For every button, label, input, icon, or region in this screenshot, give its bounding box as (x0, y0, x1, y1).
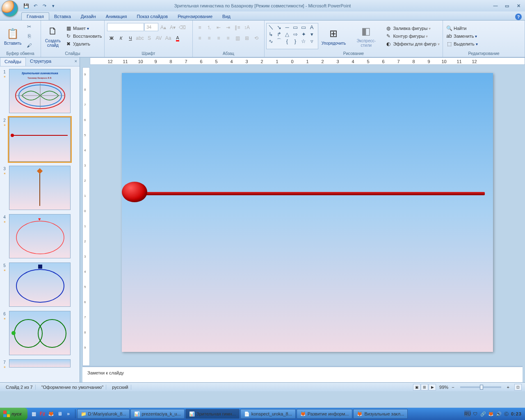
reset-button[interactable]: ↻Восстановить (64, 32, 103, 40)
align-right-icon[interactable]: ≡ (214, 34, 223, 43)
office-button[interactable] (2, 0, 18, 17)
panel-tab-outline[interactable]: Структура (26, 57, 55, 66)
task-button[interactable]: 📊Зрительная гимн... (185, 409, 240, 419)
align-center-icon[interactable]: ≡ (205, 34, 214, 43)
arrange-button[interactable]: ⊞ Упорядочить (319, 23, 349, 50)
case-icon[interactable]: Aa (164, 34, 173, 43)
format-painter-icon[interactable]: 🖌 (25, 41, 34, 50)
panel-close-icon[interactable]: × (72, 57, 80, 66)
task-button[interactable]: 📊prezentaciya_k_u... (130, 409, 184, 419)
align-text-icon[interactable]: ⊞ (242, 34, 251, 43)
clock[interactable]: 0:23 (511, 411, 522, 416)
bullets-icon[interactable]: ≡ (195, 23, 204, 32)
undo-icon[interactable]: ↶ (31, 2, 39, 10)
slideshow-view-icon[interactable]: ▶ (429, 384, 436, 390)
tray-net-icon[interactable]: 🔗 (480, 411, 486, 417)
fit-window-icon[interactable]: ⊡ (514, 384, 522, 390)
thumb-6[interactable] (9, 311, 71, 355)
start-button[interactable]: пуск (0, 408, 27, 420)
qat-more-icon[interactable]: ▾ (49, 2, 57, 10)
red-line-shape[interactable] (134, 192, 485, 195)
shape-conn2-icon[interactable]: ↱ (276, 31, 282, 37)
shape-conn-icon[interactable]: ↳ (267, 31, 274, 37)
justify-icon[interactable]: ≡ (224, 34, 233, 43)
shape-fill-button[interactable]: ◍Заливка фигуры ▾ (384, 25, 441, 32)
indent-inc-icon[interactable]: ⇥ (224, 23, 233, 32)
task-button[interactable]: 🦊Развитие информ... (297, 409, 353, 419)
task-button[interactable]: 🦊Визуальные закл... (353, 409, 408, 419)
tray-av-icon[interactable]: Ⓒ (503, 411, 510, 417)
redo-icon[interactable]: ↷ (40, 2, 48, 10)
copy-icon[interactable]: ⎘ (25, 32, 34, 41)
tray-ff-icon[interactable]: 🦊 (488, 411, 494, 417)
font-family-combo[interactable] (107, 23, 144, 31)
grow-font-icon[interactable]: A▴ (159, 23, 168, 32)
thumb-2[interactable] (9, 117, 71, 162)
shadow-icon[interactable]: S (145, 34, 154, 43)
save-icon[interactable]: 💾 (22, 2, 30, 10)
text-direction-icon[interactable]: ↕A (242, 23, 251, 32)
shape-rect-icon[interactable]: ▭ (292, 24, 299, 30)
bold-icon[interactable]: Ж (107, 34, 116, 43)
delete-button[interactable]: ✖Удалить (64, 40, 103, 48)
ql-firefox-icon[interactable]: 🦊 (47, 409, 55, 418)
shape-line-icon[interactable]: ＼ (267, 24, 274, 30)
quick-styles-button[interactable]: ◧ Экспресс-стили (349, 23, 383, 50)
tray-shield-icon[interactable]: 🛡 (472, 411, 479, 417)
zoom-slider[interactable] (460, 386, 501, 388)
shape-text-icon[interactable]: A (308, 24, 315, 30)
align-left-icon[interactable]: ≡ (195, 34, 204, 43)
tab-slideshow[interactable]: Показ слайдов (132, 13, 173, 20)
shape-arrow-icon[interactable]: ↘ (276, 24, 282, 30)
new-slide-button[interactable]: 🗋 Создать слайд (43, 23, 63, 50)
sorter-view-icon[interactable]: ⊞ (421, 384, 428, 390)
zoom-level[interactable]: 99% (439, 385, 448, 390)
maximize-button[interactable]: ▭ (502, 2, 512, 9)
indent-dec-icon[interactable]: ⇤ (214, 23, 223, 32)
zoom-out-icon[interactable]: − (452, 385, 454, 390)
shape-line2-icon[interactable]: ─ (284, 24, 290, 30)
shape-outline-button[interactable]: ✎Контур фигуры ▾ (384, 32, 441, 40)
tab-animation[interactable]: Анимация (101, 13, 132, 20)
shape-brace2-icon[interactable]: } (292, 38, 299, 44)
shape-tri-icon[interactable]: △ (284, 31, 290, 37)
line-spacing-icon[interactable]: ‖≡ (233, 23, 242, 32)
task-button[interactable]: 📄konspect_uroka_8... (240, 409, 296, 419)
shape-brace-icon[interactable]: { (284, 38, 290, 44)
columns-icon[interactable]: ▥ (233, 34, 242, 43)
zoom-in-icon[interactable]: + (507, 385, 509, 390)
thumbnails-list[interactable]: 1✶ Зрительная гимнастика Тренажер Базарн… (0, 66, 80, 382)
replace-button[interactable]: abЗаменить ▾ (445, 32, 479, 40)
shrink-font-icon[interactable]: A▾ (168, 23, 177, 32)
ql-desktop-icon[interactable]: 🖥 (56, 409, 64, 418)
notes-pane[interactable]: Заметки к слайду (82, 366, 523, 382)
cut-icon[interactable]: ✂ (25, 22, 34, 31)
thumb-7[interactable] (9, 359, 71, 368)
shape-arc-icon[interactable]: ⌒ (276, 38, 282, 44)
shapes-gallery[interactable]: ＼↘─▭▭A ↳↱△⇨✦▾ ∿⌒{}☆▿ (266, 23, 318, 49)
tab-home[interactable]: Главная (21, 12, 49, 20)
strike-icon[interactable]: abc (135, 34, 144, 43)
shape-callout-icon[interactable]: ☆ (300, 38, 307, 44)
shape-scroll-icon[interactable]: ▿ (308, 38, 315, 44)
status-lang[interactable]: русский (110, 385, 131, 390)
shape-effects-button[interactable]: ◐Эффекты для фигур ▾ (384, 40, 441, 48)
thumb-5[interactable] (9, 262, 71, 307)
paste-button[interactable]: 📋 Вставить (2, 23, 24, 50)
task-button[interactable]: 📁D:\Mariya\urok_8... (77, 409, 130, 419)
ql-tc-icon[interactable]: ▦ (30, 409, 38, 418)
tab-view[interactable]: Вид (217, 13, 235, 20)
select-button[interactable]: ⬚Выделить ▾ (445, 40, 479, 48)
shape-curve-icon[interactable]: ∿ (267, 38, 274, 44)
normal-view-icon[interactable]: ▣ (413, 384, 420, 390)
shape-rect2-icon[interactable]: ▭ (300, 24, 307, 30)
font-size-combo[interactable]: 34 (144, 23, 158, 31)
smartart-icon[interactable]: ⟲ (252, 34, 261, 43)
close-button[interactable]: ✕ (514, 2, 523, 9)
font-color-icon[interactable]: A (173, 34, 182, 43)
ql-more-icon[interactable]: » (64, 409, 73, 418)
tab-review[interactable]: Рецензирование (173, 13, 217, 20)
spacing-icon[interactable]: AV (154, 34, 163, 43)
shape-arrow2-icon[interactable]: ⇨ (292, 31, 299, 37)
layout-button[interactable]: ▦Макет ▾ (64, 25, 103, 32)
